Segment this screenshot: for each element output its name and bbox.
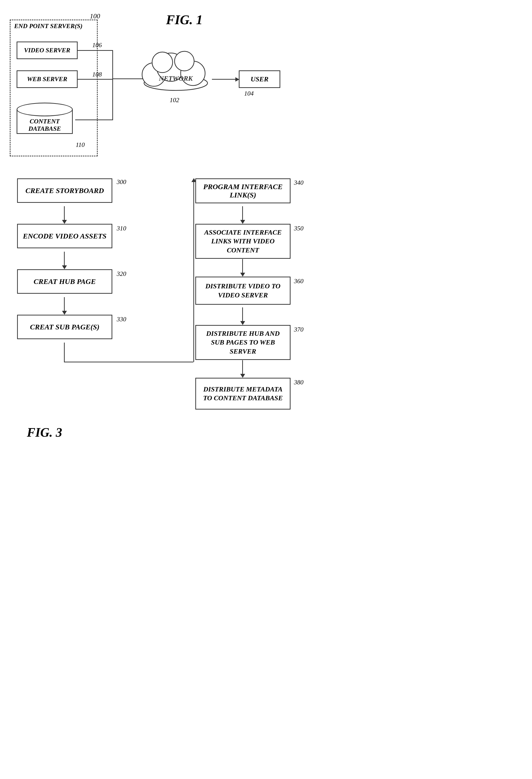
flow-box-340: PROGRAM INTERFACE LINK(S) <box>195 178 290 203</box>
flow-box-370: DISTRIBUTE HUB AND SUB PAGES TO WEB SERV… <box>195 325 290 360</box>
arrow-v-350-360-line <box>242 259 243 274</box>
svg-text:NETWORK: NETWORK <box>159 74 193 82</box>
line-to-user <box>212 79 236 80</box>
arrow-v-320-330-head <box>62 311 67 315</box>
ref-300: 300 <box>117 178 126 186</box>
ref-350: 350 <box>294 225 304 232</box>
ref-104: 104 <box>244 90 254 97</box>
arrow-v-300-310-line <box>64 206 65 221</box>
flow-box-310: ENCODE VIDEO ASSETS <box>17 224 112 248</box>
ref-330: 330 <box>117 316 126 323</box>
flow-box-380: DISTRIBUTE METADATA TO CONTENT DATABASE <box>195 378 290 410</box>
line-web-h <box>78 79 113 80</box>
ref-310: 310 <box>117 225 126 232</box>
ref-370: 370 <box>294 326 304 333</box>
flow-box-300: CREATE STORYBOARD <box>17 178 112 203</box>
ref-340: 340 <box>294 179 304 186</box>
endpoint-label: END POINT SERVER(S) <box>14 22 82 30</box>
ref-110: 110 <box>76 141 85 148</box>
flow-box-320: CREAT HUB PAGE <box>17 269 112 294</box>
arrow-v-310-320-line <box>64 252 65 266</box>
ref-106: 106 <box>92 42 102 49</box>
arrow-v-300-310-head <box>62 220 67 224</box>
fig3-title: FIG. 3 <box>27 425 62 439</box>
user-box: USER <box>239 70 280 88</box>
ref-380: 380 <box>294 379 304 386</box>
video-server-box: VIDEO SERVER <box>17 42 78 59</box>
svg-point-4 <box>152 52 173 73</box>
ref-360: 360 <box>294 278 304 285</box>
flow-box-330: CREAT SUB PAGE(S) <box>17 315 112 339</box>
line-v-merge <box>112 50 113 79</box>
arrow-v-360-370-line <box>242 307 243 322</box>
arrow-v-340-350-line <box>242 206 243 221</box>
arrow-v-330-down-line <box>64 343 65 362</box>
ref-102: 102 <box>170 97 179 104</box>
arrow-v-370-380-head <box>240 374 245 378</box>
flow-box-350: ASSOCIATE INTERFACE LINKS WITH VIDEO CON… <box>195 224 290 259</box>
arrow-v-350-360-head <box>240 273 245 277</box>
arrow-v-340-350-head <box>240 220 245 224</box>
line-video-h <box>78 50 113 51</box>
ref-108: 108 <box>92 71 102 78</box>
network-cloud: NETWORK <box>139 38 212 94</box>
arrow-v-360-370-head <box>240 321 245 325</box>
arrow-v-370-380-line <box>242 360 243 375</box>
arrow-v-310-320-head <box>62 265 67 269</box>
content-database-cylinder: CONTENT DATABASE <box>17 103 75 139</box>
fig1-title: FIG. 1 <box>166 12 203 27</box>
arrow-v-320-330-line <box>64 297 65 312</box>
line-left-to-right-h <box>64 362 193 362</box>
ref-100: 100 <box>90 12 100 20</box>
ref-320: 320 <box>117 270 126 278</box>
web-server-box: WEB SERVER <box>17 70 78 88</box>
line-db-v <box>112 79 113 120</box>
svg-point-5 <box>175 51 194 71</box>
flow-box-360: DISTRIBUTE VIDEO TO VIDEO SERVER <box>195 277 290 305</box>
line-db-h <box>75 119 113 120</box>
line-right-v-connector <box>193 179 194 362</box>
